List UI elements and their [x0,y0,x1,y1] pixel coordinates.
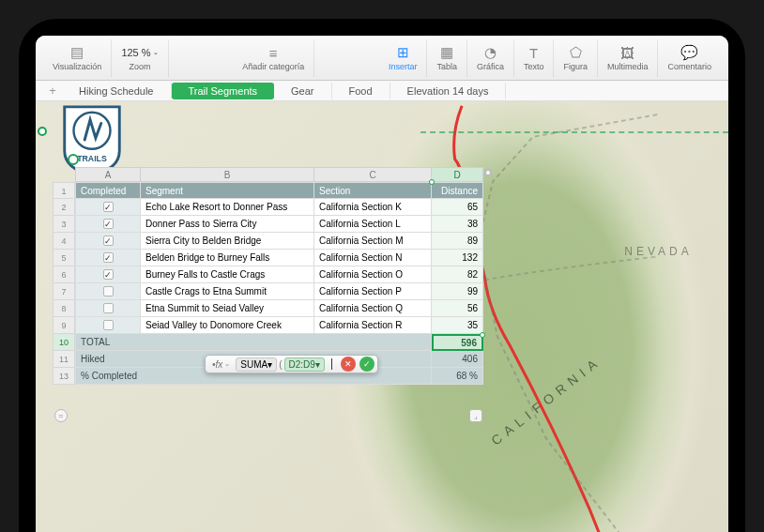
cell-distance-6[interactable]: 82 [432,266,483,283]
selection-handle-bottom[interactable] [480,332,485,338]
footer-value-hiked[interactable]: 406 [432,351,483,368]
cell-completed-8[interactable] [75,300,141,317]
sheet-tab-1[interactable]: Trail Segments [172,83,275,99]
checkbox-7[interactable] [103,286,114,296]
row-header-7[interactable]: 7 [53,283,75,300]
col-handle-left[interactable] [68,154,79,165]
chart-label: Gráfica [477,62,504,71]
checkbox-3[interactable] [103,219,114,229]
checkbox-8[interactable] [103,303,114,313]
checkbox-2[interactable] [103,202,114,212]
cell-distance-8[interactable]: 56 [432,300,483,317]
cell-section-2[interactable]: California Section K [314,199,432,216]
header-section[interactable]: Section [314,182,432,199]
cell-distance-2[interactable]: 65 [432,199,483,216]
media-button[interactable]: 🖼 Multimedia [598,39,659,77]
media-icon: 🖼 [620,44,634,61]
cell-distance-5[interactable]: 132 [432,250,483,266]
col-handle-right[interactable] [484,169,492,176]
chart-button[interactable]: ◔ Gráfica [467,39,514,77]
column-header-B[interactable]: B [141,167,314,182]
cell-segment-7[interactable]: Castle Crags to Etna Summit [141,283,314,300]
formula-editor[interactable]: • fx⌄ SUMA ▾ ( D2:D9 ▾ ✕ ✓ [205,355,378,373]
cursor [331,358,332,370]
cell-segment-2[interactable]: Echo Lake Resort to Donner Pass [141,199,314,216]
comment-button[interactable]: 💬 Comentario [658,39,721,77]
row-header-11[interactable]: 11 [53,351,75,368]
cell-segment-3[interactable]: Donner Pass to Sierra City [141,216,314,233]
row-header-6[interactable]: 6 [53,266,75,283]
checkbox-4[interactable] [103,236,114,246]
footer-value-pct[interactable]: 68 % [432,368,483,385]
cell-distance-9[interactable]: 35 [432,317,483,334]
cell-segment-9[interactable]: Seiad Valley to Donomore Creek [141,317,314,334]
add-sheet-button[interactable]: + [43,84,62,98]
cell-segment-4[interactable]: Sierra City to Belden Bridge [141,233,314,250]
shape-button[interactable]: ⬠ Figura [554,39,598,77]
cell-segment-6[interactable]: Burney Falls to Castle Crags [141,266,314,283]
table-icon: ▦ [440,44,453,61]
cell-completed-3[interactable] [75,216,141,233]
ruler-origin[interactable] [38,127,47,136]
cell-distance-3[interactable]: 38 [432,216,483,233]
cell-distance-4[interactable]: 89 [432,233,483,250]
checkbox-9[interactable] [103,320,114,330]
row-action-button[interactable]: = [54,409,68,422]
row-header-10[interactable]: 10 [53,334,75,351]
row-header-5[interactable]: 5 [53,250,75,266]
zoom-control[interactable]: 125 %⌄ Zoom [112,39,168,77]
view-button[interactable]: ▤ Visualización [43,39,112,77]
footer-value-total[interactable]: 596 [432,334,483,351]
row-header-13[interactable]: 13 [53,368,75,385]
cell-section-6[interactable]: California Section O [314,266,432,283]
column-header-C[interactable]: C [314,167,432,182]
cell-section-5[interactable]: California Section N [314,250,432,266]
insert-button[interactable]: ⊞ Insertar [379,39,428,77]
cell-section-9[interactable]: California Section R [314,317,432,334]
cell-completed-5[interactable] [75,250,141,266]
cell-section-7[interactable]: California Section P [314,283,432,300]
header-distance[interactable]: Distance [432,182,483,199]
range-token[interactable]: D2:D9 ▾ [284,357,325,372]
row-header-1[interactable]: 1 [53,182,75,199]
cell-completed-9[interactable] [75,317,141,334]
sheet-tab-0[interactable]: Hiking Schedule [62,83,172,99]
cell-completed-4[interactable] [75,233,141,250]
function-token[interactable]: SUMA ▾ [236,357,277,372]
text-button[interactable]: T Texto [514,39,555,77]
header-segment[interactable]: Segment [141,182,314,199]
selection-handle-top[interactable] [429,179,435,185]
shape-label: Figura [563,62,588,71]
cell-section-8[interactable]: California Section Q [314,300,432,317]
footer-label-total[interactable]: TOTAL [75,334,432,351]
formula-cancel-button[interactable]: ✕ [341,357,356,372]
comment-label: Comentario [667,62,711,71]
checkbox-5[interactable] [103,252,114,263]
cell-completed-2[interactable] [75,199,141,216]
table-button[interactable]: ▦ Tabla [427,39,467,77]
cell-completed-6[interactable] [75,266,141,283]
sheet-tab-4[interactable]: Elevation 14 days [390,83,507,99]
header-completed[interactable]: Completed [75,182,141,199]
row-header-8[interactable]: 8 [53,300,75,317]
cell-distance-7[interactable]: 99 [432,283,483,300]
column-header-D[interactable]: D [432,167,483,182]
add-category-button[interactable]: ≡ Añadir categoría [233,39,314,77]
formula-confirm-button[interactable]: ✓ [359,357,374,372]
row-header-3[interactable]: 3 [53,216,75,233]
column-header-A[interactable]: A [75,167,141,182]
checkbox-6[interactable] [103,269,114,280]
shape-icon: ⬠ [570,44,582,61]
cell-segment-8[interactable]: Etna Summit to Seiad Valley [141,300,314,317]
row-header-2[interactable]: 2 [53,199,75,216]
cell-segment-5[interactable]: Belden Bridge to Burney Falls [141,250,314,266]
cell-section-4[interactable]: California Section M [314,233,432,250]
resize-handle[interactable]: ⌟ [469,409,482,422]
spreadsheet-table[interactable]: ABCD 123456789101113 CompletedSegmentSec… [53,167,484,385]
cell-completed-7[interactable] [75,283,141,300]
cell-section-3[interactable]: California Section L [314,216,432,233]
sheet-tab-3[interactable]: Food [332,83,390,99]
row-header-4[interactable]: 4 [53,233,75,250]
row-header-9[interactable]: 9 [53,317,75,334]
sheet-tab-2[interactable]: Gear [274,83,331,99]
